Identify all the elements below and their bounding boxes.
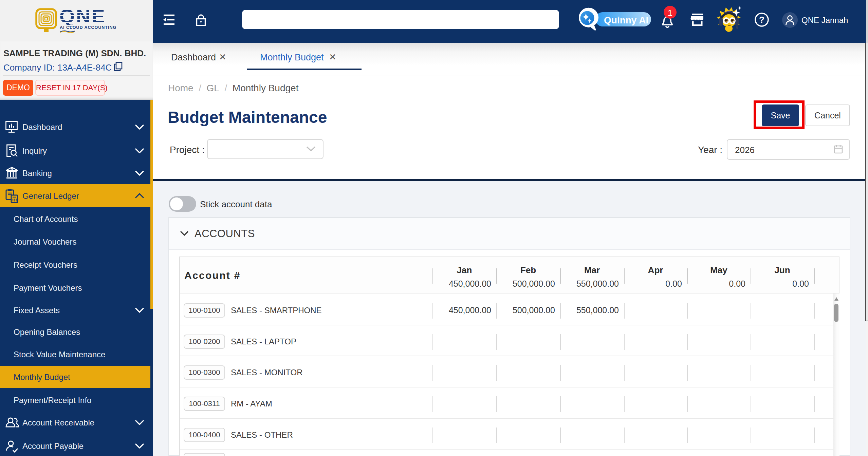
svg-text:?: ? [759, 15, 764, 25]
